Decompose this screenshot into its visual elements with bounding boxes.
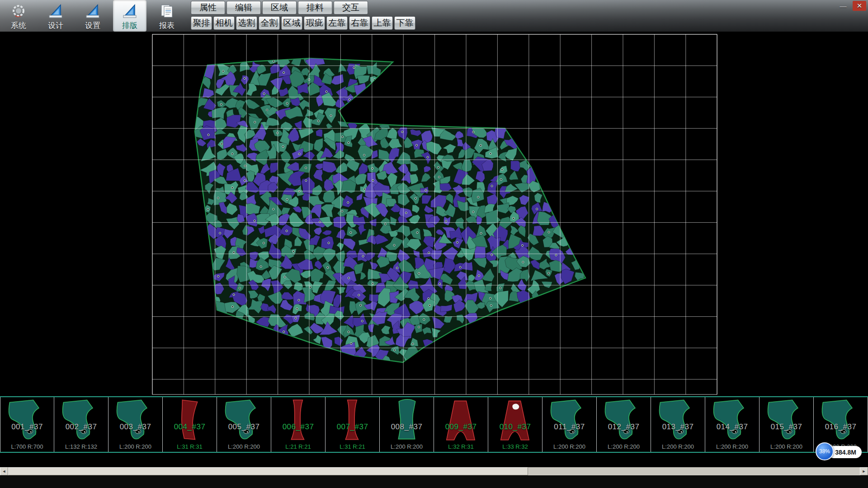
menu-tab-nesting[interactable]: 排料 bbox=[298, 1, 332, 14]
menu-tab-interactive[interactable]: 交互 bbox=[334, 1, 368, 14]
nav-button-system[interactable]: 系统 bbox=[2, 0, 35, 32]
part-lr-label: L:31 R:31 bbox=[163, 443, 217, 450]
part-id-label: 016_#37 bbox=[814, 422, 868, 432]
tool-button-snap-right[interactable]: 右靠 bbox=[349, 16, 370, 30]
tool-button-region-tool[interactable]: 区域 bbox=[281, 16, 302, 30]
scroll-right-arrow-icon[interactable]: ► bbox=[860, 467, 868, 475]
part-id-label: 013_#37 bbox=[651, 422, 705, 432]
tool-button-cluster-nest[interactable]: 聚排 bbox=[191, 16, 212, 30]
horizontal-scrollbar[interactable]: ◄ ► bbox=[0, 467, 868, 475]
part-thumbnail-11[interactable]: 011_#37L:200 R:200 bbox=[542, 397, 597, 452]
menu-tab-region[interactable]: 区域 bbox=[262, 1, 297, 14]
part-lr-label: L:700 R:700 bbox=[0, 443, 54, 450]
part-shape-icon bbox=[655, 398, 702, 443]
part-id-label: 006_#37 bbox=[271, 422, 325, 432]
tool-button-snap-left[interactable]: 左靠 bbox=[326, 16, 348, 30]
menu-tab-properties[interactable]: 属性 bbox=[191, 1, 225, 14]
part-lr-label: L:32 R:31 bbox=[434, 443, 488, 450]
design-icon bbox=[46, 1, 65, 21]
part-shape-icon bbox=[492, 398, 539, 443]
part-id-label: 008_#37 bbox=[380, 422, 434, 432]
part-shape-icon bbox=[166, 398, 213, 443]
part-thumbnail-2[interactable]: 002_#37L:132 R:132 bbox=[54, 397, 108, 452]
part-thumbnail-8[interactable]: 008_#37L:200 R:200 bbox=[380, 397, 434, 452]
part-shape-icon bbox=[221, 398, 268, 443]
nest-canvas-svg[interactable] bbox=[0, 32, 868, 396]
part-lr-label: L:200 R:200 bbox=[542, 443, 596, 450]
part-lr-label: L:200 R:200 bbox=[705, 443, 759, 450]
tools-row: 聚排相机选割全割区域瑕疵左靠右靠上靠下靠 bbox=[191, 16, 415, 30]
part-thumbnail-4[interactable]: 004_#37L:31 R:31 bbox=[163, 397, 217, 452]
nav-button-label: 设计 bbox=[48, 21, 63, 30]
part-id-label: 001_#37 bbox=[0, 422, 54, 432]
part-thumbnail-6[interactable]: 006_#37L:21 R:21 bbox=[271, 397, 326, 452]
scroll-left-arrow-icon[interactable]: ◄ bbox=[0, 467, 8, 475]
part-thumbnail-10[interactable]: 010_#37L:33 R:32 bbox=[488, 397, 542, 452]
tool-button-select-cut[interactable]: 选割 bbox=[236, 16, 257, 30]
part-lr-label: L:200 R:200 bbox=[108, 443, 162, 450]
nav-button-label: 报表 bbox=[159, 21, 175, 30]
top-toolbar: 系统设计设置排版报表 属性编辑区域排料交互 聚排相机选割全割区域瑕疵左靠右靠上靠… bbox=[0, 0, 868, 32]
part-shape-icon bbox=[600, 398, 647, 443]
part-thumbnail-7[interactable]: 007_#37L:31 R:21 bbox=[326, 397, 380, 452]
nav-button-settings[interactable]: 设置 bbox=[76, 0, 109, 32]
part-lr-label: L:200 R:200 bbox=[380, 443, 434, 450]
part-shape-icon bbox=[275, 398, 322, 443]
bottom-filler bbox=[0, 475, 868, 488]
tool-button-camera[interactable]: 相机 bbox=[213, 16, 235, 30]
nav-button-label: 设置 bbox=[85, 21, 100, 30]
part-id-label: 014_#37 bbox=[705, 422, 759, 432]
part-shape-icon bbox=[383, 398, 430, 443]
part-lr-label: L:31 R:21 bbox=[326, 443, 379, 450]
system-icon bbox=[9, 1, 28, 21]
part-id-label: 010_#37 bbox=[488, 422, 542, 432]
part-thumbnail-3[interactable]: 003_#37L:200 R:200 bbox=[108, 397, 163, 452]
part-shape-icon bbox=[817, 398, 864, 443]
nav-button-layout[interactable]: 排版 bbox=[113, 0, 146, 32]
part-shape-icon bbox=[329, 398, 376, 443]
part-thumbnail-13[interactable]: 013_#37L:200 R:200 bbox=[651, 397, 705, 452]
part-shape-icon bbox=[763, 398, 810, 443]
part-id-label: 012_#37 bbox=[597, 422, 651, 432]
part-thumbnail-1[interactable]: 001_#37L:700 R:700 bbox=[0, 397, 54, 452]
nav-button-design[interactable]: 设计 bbox=[39, 0, 72, 32]
part-lr-label: L:200 R:200 bbox=[597, 443, 651, 450]
close-button[interactable]: ✕ bbox=[853, 1, 866, 11]
application-window: 系统设计设置排版报表 属性编辑区域排料交互 聚排相机选割全割区域瑕疵左靠右靠上靠… bbox=[0, 0, 868, 488]
part-lr-label: L:33 R:32 bbox=[488, 443, 542, 450]
nesting-workspace bbox=[0, 32, 868, 396]
scroll-thumb[interactable] bbox=[8, 467, 528, 475]
part-thumbnail-15[interactable]: 015_#37L:200 R:200 bbox=[760, 397, 814, 452]
layout-icon bbox=[120, 1, 139, 21]
parts-strip: 001_#37L:700 R:700002_#37L:132 R:132003_… bbox=[0, 396, 868, 453]
part-id-label: 005_#37 bbox=[217, 422, 271, 432]
part-lr-label: L:200 R:200 bbox=[651, 443, 705, 450]
part-shape-icon bbox=[112, 398, 159, 443]
menu-tab-edit[interactable]: 编辑 bbox=[226, 1, 261, 14]
progress-badge[interactable]: 38% bbox=[816, 442, 834, 460]
part-shape-icon bbox=[4, 398, 51, 443]
tool-button-snap-bottom[interactable]: 下靠 bbox=[394, 16, 415, 30]
part-thumbnail-12[interactable]: 012_#37L:200 R:200 bbox=[597, 397, 651, 452]
tool-button-snap-top[interactable]: 上靠 bbox=[372, 16, 393, 30]
part-id-label: 002_#37 bbox=[54, 422, 108, 432]
nav-buttons: 系统设计设置排版报表 bbox=[2, 0, 184, 32]
nav-button-label: 系统 bbox=[11, 21, 26, 30]
tool-button-defect[interactable]: 瑕疵 bbox=[304, 16, 325, 30]
part-id-label: 009_#37 bbox=[434, 422, 488, 432]
nav-button-report[interactable]: 报表 bbox=[150, 0, 184, 32]
report-icon bbox=[157, 1, 176, 21]
part-id-label: 007_#37 bbox=[326, 422, 379, 432]
part-lr-label: L:21 R:21 bbox=[271, 443, 325, 450]
part-thumbnail-14[interactable]: 014_#37L:200 R:200 bbox=[705, 397, 760, 452]
tool-button-cut-all[interactable]: 全割 bbox=[259, 16, 280, 30]
minimize-button[interactable]: — bbox=[836, 1, 850, 11]
part-thumbnail-9[interactable]: 009_#37L:32 R:31 bbox=[434, 397, 488, 452]
part-shape-icon bbox=[546, 398, 593, 443]
part-id-label: 003_#37 bbox=[108, 422, 162, 432]
part-thumbnail-5[interactable]: 005_#37L:200 R:200 bbox=[217, 397, 271, 452]
part-id-label: 015_#37 bbox=[760, 422, 813, 432]
part-lr-label: L:200 R:200 bbox=[760, 443, 813, 450]
part-shape-icon bbox=[709, 398, 756, 443]
part-shape-icon bbox=[58, 398, 105, 443]
